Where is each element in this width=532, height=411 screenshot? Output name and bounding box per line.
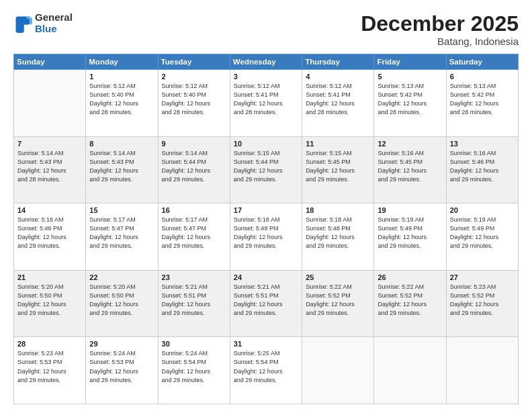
- day-number: 23: [162, 273, 226, 281]
- table-row: 25Sunrise: 5:22 AM Sunset: 5:52 PM Dayli…: [302, 270, 374, 337]
- col-monday: Monday: [86, 54, 158, 70]
- day-number: 4: [306, 73, 370, 81]
- col-tuesday: Tuesday: [158, 54, 230, 70]
- day-info: Sunrise: 5:16 AM Sunset: 5:46 PM Dayligh…: [450, 149, 515, 184]
- col-sunday: Sunday: [14, 54, 86, 70]
- day-number: 26: [378, 273, 442, 281]
- day-info: Sunrise: 5:14 AM Sunset: 5:44 PM Dayligh…: [162, 149, 226, 184]
- table-row: 16Sunrise: 5:17 AM Sunset: 5:47 PM Dayli…: [158, 203, 230, 271]
- day-info: Sunrise: 5:23 AM Sunset: 5:53 PM Dayligh…: [17, 349, 82, 384]
- day-number: 9: [162, 140, 226, 148]
- table-row: 6Sunrise: 5:13 AM Sunset: 5:42 PM Daylig…: [446, 70, 518, 137]
- table-row: [14, 70, 86, 137]
- day-number: 12: [378, 140, 442, 148]
- day-info: Sunrise: 5:16 AM Sunset: 5:45 PM Dayligh…: [378, 149, 442, 184]
- day-info: Sunrise: 5:21 AM Sunset: 5:51 PM Dayligh…: [234, 283, 298, 318]
- table-row: 10Sunrise: 5:15 AM Sunset: 5:44 PM Dayli…: [230, 136, 302, 203]
- table-row: [374, 337, 446, 404]
- table-row: 14Sunrise: 5:16 AM Sunset: 5:46 PM Dayli…: [14, 203, 86, 271]
- table-row: [446, 337, 518, 404]
- page: General Blue December 2025 Batang, Indon…: [0, 0, 532, 411]
- day-info: Sunrise: 5:15 AM Sunset: 5:44 PM Dayligh…: [234, 149, 298, 184]
- col-wednesday: Wednesday: [230, 54, 302, 70]
- table-row: 1Sunrise: 5:12 AM Sunset: 5:40 PM Daylig…: [86, 70, 158, 137]
- calendar-header-row: Sunday Monday Tuesday Wednesday Thursday…: [14, 54, 519, 70]
- day-info: Sunrise: 5:16 AM Sunset: 5:46 PM Dayligh…: [17, 216, 82, 250]
- day-number: 13: [450, 140, 515, 148]
- day-info: Sunrise: 5:12 AM Sunset: 5:41 PM Dayligh…: [306, 82, 370, 117]
- day-number: 28: [17, 340, 82, 348]
- day-info: Sunrise: 5:22 AM Sunset: 5:52 PM Dayligh…: [378, 283, 442, 318]
- day-info: Sunrise: 5:23 AM Sunset: 5:52 PM Dayligh…: [450, 283, 515, 318]
- table-row: 13Sunrise: 5:16 AM Sunset: 5:46 PM Dayli…: [446, 136, 518, 203]
- logo-blue-text: Blue: [35, 24, 73, 35]
- day-number: 27: [450, 273, 515, 281]
- table-row: 8Sunrise: 5:14 AM Sunset: 5:43 PM Daylig…: [86, 136, 158, 203]
- location: Batang, Indonesia: [361, 36, 519, 47]
- day-number: 17: [234, 206, 298, 214]
- day-number: 25: [306, 273, 370, 281]
- day-info: Sunrise: 5:15 AM Sunset: 5:45 PM Dayligh…: [306, 149, 370, 184]
- table-row: 3Sunrise: 5:12 AM Sunset: 5:41 PM Daylig…: [230, 70, 302, 137]
- month-title: December 2025: [361, 12, 519, 36]
- table-row: [302, 337, 374, 404]
- day-info: Sunrise: 5:17 AM Sunset: 5:47 PM Dayligh…: [162, 216, 226, 250]
- day-info: Sunrise: 5:19 AM Sunset: 5:49 PM Dayligh…: [378, 216, 442, 250]
- table-row: 24Sunrise: 5:21 AM Sunset: 5:51 PM Dayli…: [230, 270, 302, 337]
- day-info: Sunrise: 5:25 AM Sunset: 5:54 PM Dayligh…: [234, 349, 298, 384]
- table-row: 5Sunrise: 5:13 AM Sunset: 5:42 PM Daylig…: [374, 70, 446, 137]
- day-number: 31: [234, 340, 298, 348]
- logo-general-text: General: [35, 12, 73, 24]
- day-info: Sunrise: 5:14 AM Sunset: 5:43 PM Dayligh…: [89, 149, 154, 184]
- day-number: 22: [89, 273, 154, 281]
- day-number: 1: [89, 73, 154, 81]
- calendar-week-row: 28Sunrise: 5:23 AM Sunset: 5:53 PM Dayli…: [14, 337, 519, 404]
- table-row: 23Sunrise: 5:21 AM Sunset: 5:51 PM Dayli…: [158, 270, 230, 337]
- day-info: Sunrise: 5:19 AM Sunset: 5:49 PM Dayligh…: [450, 216, 515, 250]
- day-info: Sunrise: 5:12 AM Sunset: 5:41 PM Dayligh…: [234, 82, 298, 117]
- day-number: 3: [234, 73, 298, 81]
- day-info: Sunrise: 5:20 AM Sunset: 5:50 PM Dayligh…: [89, 283, 154, 318]
- day-number: 6: [450, 73, 515, 81]
- day-number: 21: [17, 273, 82, 281]
- day-number: 16: [162, 206, 226, 214]
- col-saturday: Saturday: [446, 54, 518, 70]
- table-row: 19Sunrise: 5:19 AM Sunset: 5:49 PM Dayli…: [374, 203, 446, 271]
- day-info: Sunrise: 5:13 AM Sunset: 5:42 PM Dayligh…: [450, 82, 515, 117]
- table-row: 4Sunrise: 5:12 AM Sunset: 5:41 PM Daylig…: [302, 70, 374, 137]
- table-row: 12Sunrise: 5:16 AM Sunset: 5:45 PM Dayli…: [374, 136, 446, 203]
- table-row: 26Sunrise: 5:22 AM Sunset: 5:52 PM Dayli…: [374, 270, 446, 337]
- table-row: 17Sunrise: 5:18 AM Sunset: 5:48 PM Dayli…: [230, 203, 302, 271]
- col-friday: Friday: [374, 54, 446, 70]
- day-info: Sunrise: 5:18 AM Sunset: 5:48 PM Dayligh…: [306, 216, 370, 250]
- day-info: Sunrise: 5:13 AM Sunset: 5:42 PM Dayligh…: [378, 82, 442, 117]
- calendar-week-row: 14Sunrise: 5:16 AM Sunset: 5:46 PM Dayli…: [14, 203, 519, 271]
- table-row: 20Sunrise: 5:19 AM Sunset: 5:49 PM Dayli…: [446, 203, 518, 271]
- day-info: Sunrise: 5:24 AM Sunset: 5:54 PM Dayligh…: [162, 349, 226, 384]
- day-number: 29: [89, 340, 154, 348]
- day-number: 2: [162, 73, 226, 81]
- day-number: 8: [89, 140, 154, 148]
- table-row: 9Sunrise: 5:14 AM Sunset: 5:44 PM Daylig…: [158, 136, 230, 203]
- table-row: 2Sunrise: 5:12 AM Sunset: 5:40 PM Daylig…: [158, 70, 230, 137]
- calendar-week-row: 1Sunrise: 5:12 AM Sunset: 5:40 PM Daylig…: [14, 70, 519, 137]
- table-row: 22Sunrise: 5:20 AM Sunset: 5:50 PM Dayli…: [86, 270, 158, 337]
- table-row: 29Sunrise: 5:24 AM Sunset: 5:53 PM Dayli…: [86, 337, 158, 404]
- logo-icon: [13, 14, 32, 33]
- title-block: December 2025 Batang, Indonesia: [361, 12, 519, 47]
- header: General Blue December 2025 Batang, Indon…: [13, 12, 519, 47]
- day-number: 14: [17, 206, 82, 214]
- day-info: Sunrise: 5:12 AM Sunset: 5:40 PM Dayligh…: [89, 82, 154, 117]
- day-info: Sunrise: 5:18 AM Sunset: 5:48 PM Dayligh…: [234, 216, 298, 250]
- calendar-table: Sunday Monday Tuesday Wednesday Thursday…: [13, 54, 519, 404]
- table-row: 31Sunrise: 5:25 AM Sunset: 5:54 PM Dayli…: [230, 337, 302, 404]
- logo-text: General Blue: [35, 12, 73, 34]
- day-number: 15: [89, 206, 154, 214]
- calendar-week-row: 7Sunrise: 5:14 AM Sunset: 5:43 PM Daylig…: [14, 136, 519, 203]
- day-number: 10: [234, 140, 298, 148]
- day-info: Sunrise: 5:22 AM Sunset: 5:52 PM Dayligh…: [306, 283, 370, 318]
- table-row: 21Sunrise: 5:20 AM Sunset: 5:50 PM Dayli…: [14, 270, 86, 337]
- calendar-week-row: 21Sunrise: 5:20 AM Sunset: 5:50 PM Dayli…: [14, 270, 519, 337]
- table-row: 7Sunrise: 5:14 AM Sunset: 5:43 PM Daylig…: [14, 136, 86, 203]
- day-number: 5: [378, 73, 442, 81]
